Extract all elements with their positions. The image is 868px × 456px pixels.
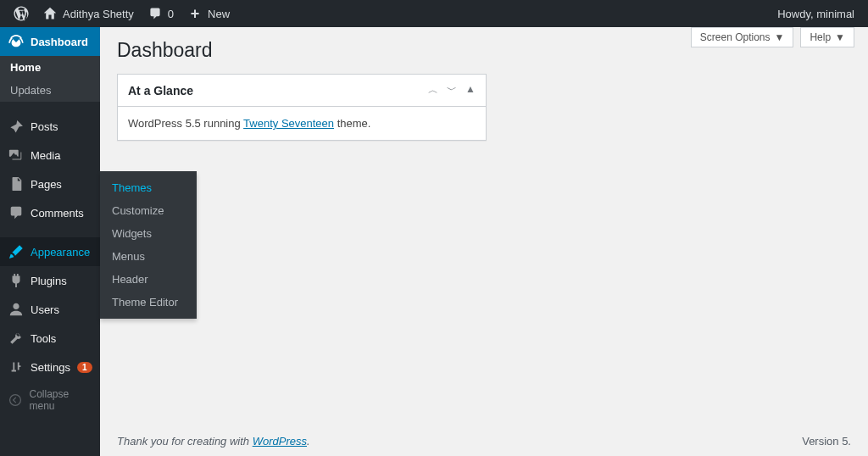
panel-text-suffix: theme. <box>334 117 370 130</box>
at-a-glance-panel: At a Glance ︿ ﹀ ▲ WordPress 5.5 running … <box>117 74 487 141</box>
footer: Thank you for creating with WordPress. V… <box>100 426 868 456</box>
wp-logo-menu[interactable] <box>7 0 36 27</box>
sidebar-item-media[interactable]: Media <box>0 141 100 170</box>
footer-thanks: Thank you for creating with WordPress. <box>117 435 310 448</box>
sidebar-item-comments[interactable]: Comments <box>0 198 100 227</box>
admin-bar-left: Adithya Shetty 0 New <box>7 0 236 27</box>
collapse-menu-button[interactable]: Collapse menu <box>0 381 100 419</box>
sidebar-subitem-home[interactable]: Home <box>0 56 100 79</box>
panel-title: At a Glance <box>128 84 193 97</box>
panel-move-up-icon[interactable]: ︿ <box>428 83 438 97</box>
sidebar-label: Settings <box>31 361 70 374</box>
sidebar-subitem-updates[interactable]: Updates <box>0 79 100 102</box>
sidebar-item-pages[interactable]: Pages <box>0 170 100 198</box>
sidebar-label: Users <box>31 303 59 316</box>
sidebar-item-dashboard[interactable]: Dashboard <box>0 27 100 56</box>
plus-icon <box>187 6 203 21</box>
sidebar-item-appearance[interactable]: Appearance <box>0 237 100 266</box>
sidebar-item-plugins[interactable]: Plugins <box>0 266 100 295</box>
footer-version: Version 5. <box>802 435 851 448</box>
users-icon <box>8 302 24 317</box>
site-name-text: Adithya Shetty <box>63 8 134 20</box>
panel-controls: ︿ ﹀ ▲ <box>428 83 476 97</box>
screen-options-button[interactable]: Screen Options ▼ <box>691 27 794 47</box>
sidebar-label: Appearance <box>31 246 90 259</box>
new-content-link[interactable]: New <box>181 0 236 27</box>
main-content: Screen Options ▼ Help ▼ Dashboard At a G… <box>100 27 868 456</box>
new-label: New <box>208 8 230 20</box>
top-buttons: Screen Options ▼ Help ▼ <box>691 27 854 47</box>
svg-point-0 <box>10 395 21 406</box>
sidebar-label: Comments <box>31 207 84 220</box>
page-icon <box>8 176 24 192</box>
theme-link[interactable]: Twenty Seventeen <box>243 117 334 130</box>
admin-bar: Adithya Shetty 0 New Howdy, minimal <box>0 0 868 27</box>
panel-text-prefix: WordPress 5.5 running <box>128 117 243 130</box>
howdy-text: Howdy, minimal <box>777 8 854 20</box>
settings-badge: 1 <box>77 362 92 373</box>
comment-icon <box>8 205 24 220</box>
media-icon <box>8 147 24 163</box>
tools-icon <box>8 331 24 346</box>
pin-icon <box>8 119 24 134</box>
sidebar-item-users[interactable]: Users <box>0 295 100 324</box>
collapse-label: Collapse menu <box>30 388 92 412</box>
panel-header: At a Glance ︿ ﹀ ▲ <box>118 75 486 107</box>
comments-count: 0 <box>168 8 174 20</box>
sidebar-label: Plugins <box>31 275 67 287</box>
wordpress-link[interactable]: WordPress <box>253 435 307 448</box>
comments-link[interactable]: 0 <box>141 0 181 27</box>
sidebar-item-tools[interactable]: Tools <box>0 324 100 353</box>
help-button[interactable]: Help ▼ <box>800 27 854 47</box>
collapse-icon <box>8 392 23 408</box>
site-name-link[interactable]: Adithya Shetty <box>36 0 141 27</box>
settings-icon <box>8 359 24 375</box>
wordpress-icon <box>14 6 29 21</box>
sidebar-label: Tools <box>31 332 56 345</box>
sidebar-label: Media <box>31 149 60 162</box>
dashboard-icon <box>8 34 24 49</box>
sidebar-label: Dashboard <box>31 36 88 48</box>
panel-body: WordPress 5.5 running Twenty Seventeen t… <box>118 107 486 140</box>
appearance-icon <box>8 244 24 259</box>
home-icon <box>42 6 58 21</box>
plugin-icon <box>8 273 24 288</box>
sidebar-label: Pages <box>31 178 62 191</box>
panel-move-down-icon[interactable]: ﹀ <box>447 83 457 97</box>
caret-down-icon: ▼ <box>835 31 845 43</box>
howdy-account-link[interactable]: Howdy, minimal <box>771 0 861 27</box>
admin-sidebar: Dashboard Home Updates Posts Media Pages… <box>0 27 100 456</box>
sidebar-item-settings[interactable]: Settings 1 <box>0 353 100 381</box>
panel-toggle-icon[interactable]: ▲ <box>465 83 476 97</box>
sidebar-dashboard-submenu: Home Updates <box>0 56 100 102</box>
sidebar-item-posts[interactable]: Posts <box>0 112 100 141</box>
sidebar-label: Posts <box>31 120 58 133</box>
comment-icon <box>147 6 163 21</box>
caret-down-icon: ▼ <box>775 31 785 43</box>
